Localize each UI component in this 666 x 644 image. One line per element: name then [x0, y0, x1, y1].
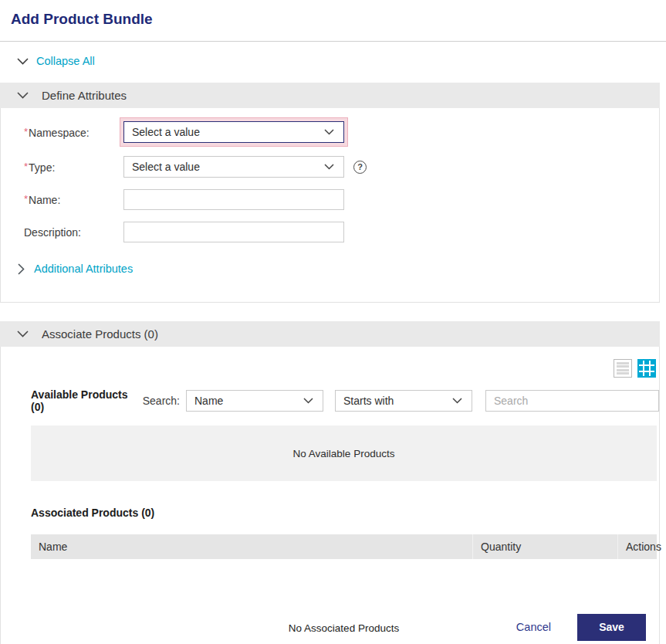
- associate-products-section: Associate Products (0) Available Product…: [0, 321, 660, 644]
- search-field-select[interactable]: Name: [186, 390, 323, 412]
- description-input[interactable]: [123, 222, 344, 242]
- associated-products-label: Associated Products (0): [31, 507, 659, 519]
- namespace-row: *Namespace: Select a value: [24, 121, 659, 143]
- type-label: *Type:: [24, 161, 123, 174]
- chevron-down-icon: [324, 164, 334, 170]
- additional-attributes-label: Additional Attributes: [34, 263, 133, 275]
- list-view-icon[interactable]: [614, 359, 632, 378]
- name-label: *Name:: [24, 193, 123, 206]
- chevron-down-icon: [324, 129, 334, 135]
- collapse-all-button[interactable]: Collapse All: [17, 53, 95, 69]
- footer-actions: Cancel Save: [516, 613, 646, 641]
- search-field-value: Name: [194, 395, 223, 407]
- associated-products-table-header: Name Quantity Actions: [31, 534, 657, 559]
- chevron-down-icon: [17, 58, 29, 65]
- available-products-label: Available Products (0): [31, 388, 135, 413]
- namespace-select[interactable]: Select a value: [123, 121, 344, 143]
- name-row: *Name:: [24, 189, 659, 210]
- required-asterisk: *: [24, 126, 28, 137]
- type-select[interactable]: Select a value: [123, 156, 344, 178]
- search-input[interactable]: [485, 390, 659, 412]
- chevron-down-icon: [303, 398, 313, 404]
- associate-products-body: Available Products (0) Search: Name Star…: [0, 347, 660, 644]
- associate-products-header[interactable]: Associate Products (0): [0, 321, 660, 347]
- view-toggles: [1, 347, 659, 378]
- chevron-down-icon: [17, 92, 29, 99]
- define-attributes-header[interactable]: Define Attributes: [0, 83, 660, 108]
- description-row: Description:: [24, 222, 659, 242]
- type-row: *Type: Select a value ?: [24, 156, 659, 178]
- available-products-toolbar: Available Products (0) Search: Name Star…: [31, 388, 659, 413]
- grid-view-icon[interactable]: [637, 359, 656, 378]
- required-asterisk: *: [24, 161, 28, 172]
- page-title: Add Product Bundle: [11, 11, 666, 28]
- add-product-bundle-page: { "page": { "title": "Add Product Bundle…: [0, 0, 666, 644]
- name-input[interactable]: [123, 189, 344, 210]
- save-button[interactable]: Save: [577, 614, 646, 641]
- section-title: Associate Products (0): [42, 327, 158, 341]
- namespace-label: *Namespace:: [24, 126, 123, 139]
- description-label: Description:: [24, 226, 123, 239]
- collapse-all-label: Collapse All: [36, 55, 95, 67]
- column-header-name[interactable]: Name: [31, 534, 472, 559]
- cancel-button[interactable]: Cancel: [516, 621, 551, 633]
- type-select-value: Select a value: [132, 161, 200, 173]
- chevron-down-icon: [452, 398, 462, 404]
- footer-row: No Associated Products Cancel Save: [31, 613, 657, 641]
- search-operator-value: Starts with: [343, 395, 394, 407]
- search-operator-select[interactable]: Starts with: [335, 390, 472, 412]
- section-title: Define Attributes: [42, 89, 127, 102]
- column-header-actions: Actions: [617, 534, 657, 559]
- chevron-right-icon: [18, 263, 25, 275]
- define-attributes-section: Define Attributes *Namespace: Select a v…: [0, 83, 660, 303]
- associated-empty-message: No Associated Products: [289, 622, 399, 634]
- required-asterisk: *: [24, 193, 28, 205]
- additional-attributes-toggle[interactable]: Additional Attributes: [18, 263, 659, 302]
- search-label: Search:: [143, 395, 180, 407]
- available-empty-message: No Available Products: [293, 448, 395, 459]
- help-icon[interactable]: ?: [353, 161, 367, 174]
- available-products-empty-box: No Available Products: [31, 425, 657, 481]
- chevron-down-icon: [17, 330, 29, 337]
- column-header-quantity[interactable]: Quantity: [472, 534, 617, 559]
- namespace-select-value: Select a value: [132, 126, 200, 138]
- title-divider: [0, 41, 666, 42]
- define-attributes-body: *Namespace: Select a value *Type: Select…: [0, 108, 660, 303]
